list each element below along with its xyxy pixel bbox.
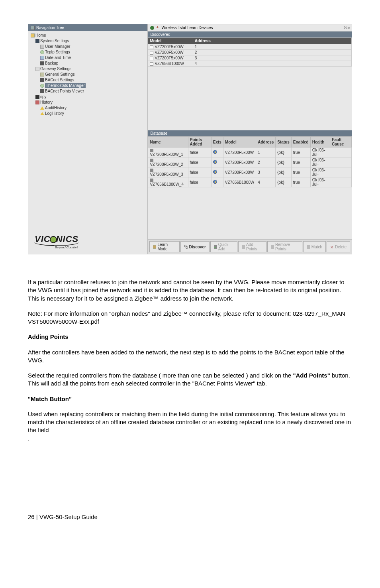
system-icon — [35, 39, 39, 43]
col-enabled[interactable]: Enabled — [291, 137, 310, 147]
paragraph: After the controllers have been added to… — [28, 348, 352, 365]
database-row[interactable]: VZ7656B1000W_4 false VZ7656B1000W 4 {ok}… — [148, 177, 352, 187]
learn-mode-button[interactable]: Learn Mode — [149, 241, 179, 252]
device-icon — [150, 149, 153, 152]
network-icon — [40, 50, 44, 54]
main-title: Wireless Tstat Learn Devices — [161, 26, 213, 30]
nav-panel: Navigation Tree Home System Settings Use… — [28, 24, 148, 254]
col-address[interactable]: Address — [256, 137, 276, 147]
tree-system-settings[interactable]: System Settings — [31, 38, 147, 44]
delete-button[interactable]: Delete — [327, 241, 350, 252]
ext-icon — [213, 150, 217, 154]
tree-log-history[interactable]: LogHistory — [31, 111, 147, 116]
status-dot-icon — [150, 26, 154, 30]
match-icon — [307, 245, 310, 249]
col-points-added[interactable]: Points Added — [188, 137, 211, 147]
database-row[interactable]: VZ7200F5x00W_2 false VZ7200F5x00W 2 {ok}… — [148, 157, 352, 167]
col-address[interactable]: Address — [193, 38, 351, 44]
tree-points-viewer[interactable]: BACnet Points Viewer — [31, 88, 147, 94]
tree-history[interactable]: History — [31, 100, 147, 105]
tree-thermostats-manager[interactable]: Thermostats Manager — [31, 83, 147, 88]
thermostat-icon — [40, 84, 44, 88]
checkbox-icon[interactable] — [150, 57, 153, 60]
page-footer: 26 | VWG-50-Setup Guide — [28, 450, 352, 520]
clock-icon — [40, 56, 44, 60]
discover-icon — [184, 245, 188, 249]
add-points-button[interactable]: Add Points — [238, 241, 266, 252]
plus-icon — [214, 245, 217, 249]
paragraph: Used when replacing controllers or match… — [28, 410, 352, 442]
discover-button[interactable]: Discover — [180, 241, 210, 252]
device-icon — [150, 169, 153, 172]
tree-backup[interactable]: Backup — [31, 61, 147, 66]
paragraph: Note: For more information on "orphan no… — [28, 310, 352, 326]
discovered-header: Discovered — [148, 31, 352, 37]
ext-icon — [213, 180, 217, 184]
checkbox-icon[interactable] — [150, 51, 153, 55]
settings-icon — [40, 73, 44, 77]
paragraph: Select the required controllers from the… — [28, 372, 352, 388]
database-header: Database — [148, 130, 352, 136]
checkbox-icon[interactable] — [150, 62, 153, 66]
nav-tree: Home System Settings User Manager TcpIp … — [28, 31, 147, 118]
gateway-icon — [35, 67, 39, 71]
logo-subtitle: Beyond Comfort — [54, 246, 78, 249]
discovered-table: Model Address VZ7200F5x00W1 VZ7200F5x00W… — [148, 37, 352, 67]
header-right-text: Sur — [344, 26, 350, 30]
ext-icon — [213, 160, 217, 164]
discovered-row[interactable]: VZ7200F5x00W3 — [148, 55, 352, 61]
warning-icon — [40, 112, 44, 115]
antenna-icon — [156, 26, 160, 30]
tree-tcpip[interactable]: TcpIp Settings — [31, 49, 147, 55]
main-header: Wireless Tstat Learn Devices Sur — [148, 24, 352, 31]
heading-adding-points: Adding Points — [28, 333, 352, 341]
home-icon — [31, 33, 35, 37]
backup-icon — [40, 61, 44, 65]
col-health[interactable]: Health — [310, 137, 330, 147]
delete-icon — [330, 245, 334, 249]
discovered-row[interactable]: VZ7656B1000W4 — [148, 61, 352, 67]
user-icon — [40, 45, 44, 49]
quick-add-button[interactable]: Quick Add — [210, 241, 237, 252]
logo-area: VICNICS Beyond Comfort — [28, 220, 147, 254]
device-icon — [150, 179, 153, 182]
database-table: Name Points Added Exts Model Address Sta… — [148, 136, 352, 187]
warning-icon — [40, 106, 44, 110]
main-panel: Wireless Tstat Learn Devices Sur Discove… — [148, 24, 352, 254]
col-fault[interactable]: Fault Cause — [330, 137, 352, 147]
points-icon — [40, 89, 44, 93]
document-body: If a particular controller refuses to jo… — [28, 278, 352, 442]
discovered-row[interactable]: VZ7200F5x00W1 — [148, 44, 352, 50]
device-icon — [150, 159, 153, 162]
nav-header: Navigation Tree — [28, 24, 147, 31]
discovered-row[interactable]: VZ7200F5x00W2 — [148, 50, 352, 55]
nav-title: Navigation Tree — [36, 26, 64, 30]
add-points-icon — [242, 245, 245, 249]
col-model[interactable]: Model — [223, 137, 256, 147]
checkbox-icon[interactable] — [150, 45, 153, 49]
tree-date-time[interactable]: Date and Time — [31, 55, 147, 61]
col-status[interactable]: Status — [276, 137, 292, 147]
ext-icon — [213, 170, 217, 174]
col-exts[interactable]: Exts — [211, 137, 223, 147]
tree-home[interactable]: Home — [31, 33, 147, 38]
tree-gateway[interactable]: Gateway Settings — [31, 66, 147, 72]
tree-audit-history[interactable]: AuditHistory — [31, 105, 147, 111]
remove-points-button[interactable]: Remove Points — [267, 241, 302, 252]
button-bar: Learn Mode Discover Quick Add Add Points… — [148, 239, 352, 254]
database-row[interactable]: VZ7200F5x00W_3 false VZ7200F5x00W 3 {ok}… — [148, 167, 352, 177]
match-button[interactable]: Match — [303, 241, 326, 252]
app-screenshot: Navigation Tree Home System Settings Use… — [28, 24, 352, 254]
tree-bacnet[interactable]: BACnet Settings — [31, 77, 147, 83]
heading-match-button: "Match Button" — [28, 395, 352, 403]
spy-icon — [35, 95, 39, 99]
col-name[interactable]: Name — [148, 137, 188, 147]
tree-general[interactable]: General Settings — [31, 72, 147, 77]
history-icon — [35, 100, 39, 104]
col-model[interactable]: Model — [148, 38, 193, 44]
tree-spy[interactable]: spy — [31, 94, 147, 100]
learn-icon — [153, 245, 156, 249]
viconics-logo: VICNICS Beyond Comfort — [32, 232, 81, 248]
tree-user-manager[interactable]: User Manager — [31, 44, 147, 49]
database-row[interactable]: VZ7200F5x00W_1 false VZ7200F5x00W 1 {ok}… — [148, 147, 352, 157]
